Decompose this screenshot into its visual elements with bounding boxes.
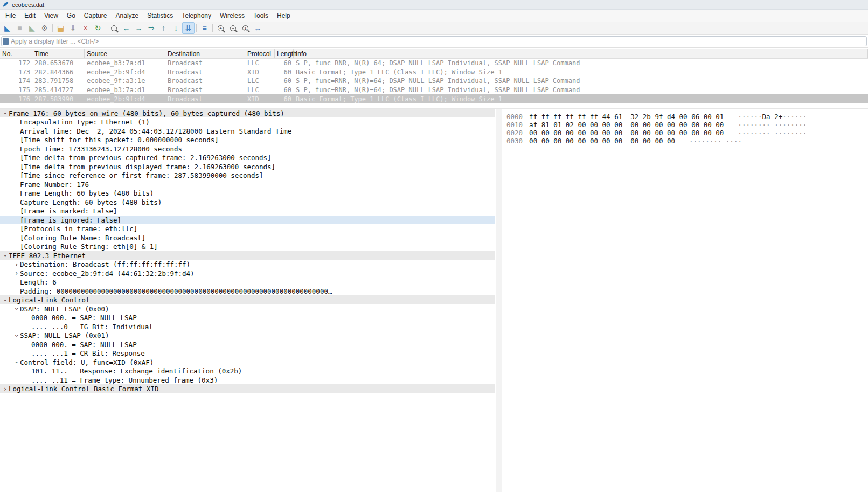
hex-row-0020[interactable]: 002000 00 00 00 00 00 00 00 00 00 00 00 … (506, 129, 868, 137)
expander-icon[interactable]: › (13, 270, 20, 276)
reload-file-button[interactable]: ↻ (92, 22, 104, 34)
go-last-packet-button[interactable]: ↓ (170, 22, 182, 34)
details-scrollbar[interactable] (496, 109, 502, 492)
detail-line[interactable]: 0000 000. = SAP: NULL LSAP (0, 340, 495, 349)
detail-line[interactable]: [Time shift for this packet: 0.000000000… (0, 135, 495, 144)
menu-tools[interactable]: Tools (249, 10, 273, 21)
menu-go[interactable]: Go (63, 10, 80, 21)
menu-wireless[interactable]: Wireless (216, 10, 249, 21)
hex-row-0000[interactable]: 0000ff ff ff ff ff ff 44 61 32 2b 9f d4 … (506, 113, 868, 121)
detail-line[interactable]: ›Control field: U, func=XID (0xAF) (0, 358, 495, 367)
zoom-out-button[interactable]: − (227, 22, 239, 34)
detail-line[interactable]: ›IEEE 802.3 Ethernet (0, 251, 495, 260)
column-header-no[interactable]: No. (0, 49, 32, 58)
stop-capture-icon: ■ (17, 24, 22, 32)
detail-line[interactable]: [Time since reference or first frame: 28… (0, 171, 495, 180)
restart-capture-button[interactable]: ◣ (26, 22, 38, 34)
detail-line[interactable]: ›Source: ecobee_2b:9f:d4 (44:61:32:2b:9f… (0, 269, 495, 278)
detail-line[interactable]: [Time delta from previous displayed fram… (0, 162, 495, 171)
find-packet-button[interactable] (108, 22, 120, 34)
display-filter-input[interactable] (11, 38, 866, 45)
filter-bookmark-icon[interactable] (3, 38, 9, 45)
detail-line[interactable]: .... ...0 = IG Bit: Individual (0, 322, 495, 331)
detail-line[interactable]: Capture Length: 60 bytes (480 bits) (0, 198, 495, 207)
detail-line[interactable]: Length: 6 (0, 278, 495, 287)
go-forward-button[interactable]: → (133, 22, 145, 34)
detail-line[interactable]: ›DSAP: NULL LSAP (0x00) (0, 304, 495, 314)
stop-capture-button[interactable]: ■ (13, 22, 26, 34)
detail-line[interactable]: .... ...1 = CR Bit: Response (0, 349, 495, 358)
menu-statistics[interactable]: Statistics (143, 10, 177, 21)
cell-destination: Broadcast (165, 59, 245, 67)
hex-row-0030[interactable]: 003000 00 00 00 00 00 00 00 00 00 00 00·… (506, 137, 868, 145)
menu-capture[interactable]: Capture (80, 10, 112, 21)
expander-icon[interactable]: › (2, 386, 9, 392)
menu-telephony[interactable]: Telephony (177, 10, 216, 21)
capture-options-button[interactable]: ⚙ (38, 22, 51, 34)
detail-line[interactable]: [Coloring Rule Name: Broadcast] (0, 233, 495, 242)
colorize-packets-icon: ≡ (202, 24, 206, 32)
packet-row-174[interactable]: 174283.791758ecobee_9f:a3:1eBroadcastLLC… (0, 77, 868, 86)
detail-line[interactable]: ›Logical-Link Control Basic Format XID (0, 384, 495, 393)
expander-icon[interactable]: › (2, 110, 9, 117)
detail-line[interactable]: [Coloring Rule String: eth[0] & 1] (0, 242, 495, 251)
detail-line[interactable]: 101. 11.. = Response: Exchange identific… (0, 366, 495, 376)
column-header-length[interactable]: Length (275, 49, 294, 58)
detail-line[interactable]: Frame Length: 60 bytes (480 bits) (0, 189, 495, 198)
packet-row-173[interactable]: 173282.844366ecobee_2b:9f:d4BroadcastXID… (0, 68, 868, 77)
menu-edit[interactable]: Edit (20, 10, 40, 21)
go-first-packet-button[interactable]: ↑ (157, 22, 170, 34)
hex-bytes: 00 00 00 00 00 00 00 00 00 00 00 00 (529, 137, 675, 145)
expander-icon[interactable]: › (13, 332, 20, 339)
detail-line[interactable]: ›Destination: Broadcast (ff:ff:ff:ff:ff:… (0, 260, 495, 269)
column-header-destination[interactable]: Destination (165, 49, 245, 58)
auto-scroll-button[interactable]: ⇊ (182, 22, 195, 34)
column-header-source[interactable]: Source (85, 49, 165, 58)
resize-columns-button[interactable]: ↔ (252, 22, 264, 34)
save-file-button[interactable]: ⇓ (67, 22, 79, 34)
packet-row-176[interactable]: 176287.583990ecobee_2b:9f:d4BroadcastXID… (0, 94, 868, 103)
detail-line[interactable]: Encapsulation type: Ethernet (1) (0, 117, 495, 127)
start-capture-button[interactable]: ◣ (1, 22, 13, 34)
resize-columns-icon: ↔ (254, 24, 262, 32)
expander-icon[interactable]: › (2, 296, 9, 303)
cell-no: 175 (0, 86, 32, 94)
hex-row-0010[interactable]: 0010af 81 01 02 00 00 00 00 00 00 00 00 … (506, 121, 868, 129)
detail-line[interactable]: ›Logical-Link Control (0, 295, 495, 304)
zoom-in-button[interactable]: + (214, 22, 227, 34)
detail-line[interactable]: Padding: 0000000000000000000000000000000… (0, 287, 495, 296)
column-header-info[interactable]: Info (294, 49, 868, 58)
menu-analyze[interactable]: Analyze (112, 10, 143, 21)
column-header-time[interactable]: Time (32, 49, 85, 58)
detail-line[interactable]: [Protocols in frame: eth:llc] (0, 224, 495, 233)
go-to-packet-button[interactable]: ⇒ (145, 22, 157, 34)
detail-line[interactable]: ›Frame 176: 60 bytes on wire (480 bits),… (0, 109, 495, 118)
detail-line[interactable]: Epoch Time: 1733136243.127128000 seconds (0, 144, 495, 154)
packet-row-172[interactable]: 172280.653670ecobee_b3:7a:d1BroadcastLLC… (0, 59, 868, 68)
detail-line[interactable]: ›SSAP: NULL LSAP (0x01) (0, 331, 495, 340)
detail-line[interactable]: [Time delta from previous captured frame… (0, 153, 495, 162)
expander-icon[interactable]: › (2, 252, 9, 259)
menu-file[interactable]: File (1, 10, 20, 21)
expander-icon[interactable]: › (13, 261, 20, 268)
detail-line[interactable]: 0000 000. = SAP: NULL LSAP (0, 313, 495, 322)
detail-line[interactable]: .... ..11 = Frame type: Unnumbered frame… (0, 376, 495, 385)
packet-row-175[interactable]: 175285.414727ecobee_b3:7a:d1BroadcastLLC… (0, 86, 868, 95)
detail-line[interactable]: [Frame is ignored: False] (0, 216, 495, 225)
column-header-protocol[interactable]: Protocol (245, 49, 275, 58)
close-file-button[interactable]: × (79, 22, 92, 34)
detail-line[interactable]: Frame Number: 176 (0, 180, 495, 189)
cell-protocol: XID (245, 95, 275, 103)
pane-splitter-horizontal[interactable] (0, 103, 868, 108)
open-file-button[interactable]: ▤ (54, 22, 67, 34)
detail-line[interactable]: [Frame is marked: False] (0, 206, 495, 216)
menu-view[interactable]: View (40, 10, 63, 21)
expander-icon[interactable]: › (13, 359, 20, 366)
go-back-button[interactable]: ← (120, 22, 133, 34)
expander-icon[interactable]: › (13, 306, 20, 313)
zoom-original-button[interactable]: 1 (239, 22, 252, 34)
menu-help[interactable]: Help (273, 10, 295, 21)
colorize-packets-button[interactable]: ≡ (198, 22, 211, 34)
go-first-packet-icon: ↑ (162, 24, 165, 32)
detail-line[interactable]: Arrival Time: Dec 2, 2024 05:44:03.12712… (0, 127, 495, 136)
